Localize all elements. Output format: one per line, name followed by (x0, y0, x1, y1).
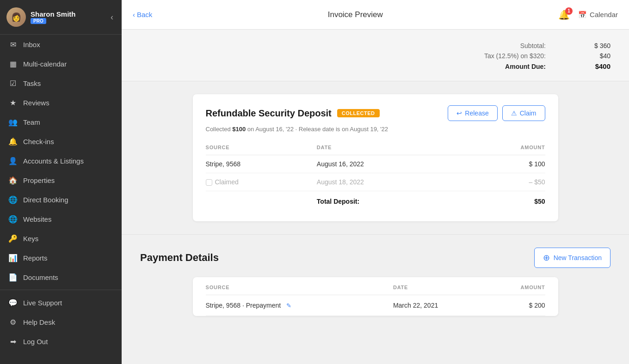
sidebar-item-label: Check-ins (23, 138, 54, 146)
payment-details-section: Payment Details ⊕ New Transaction SOURCE… (122, 235, 629, 325)
claimed-amount: – $50 (467, 173, 545, 191)
websites-icon: 🌐 (8, 214, 18, 224)
sidebar-item-label: Multi-calendar (23, 60, 67, 68)
sidebar-item-check-ins[interactable]: 🔔 Check-ins (0, 132, 122, 151)
total-label: Total Deposit: (317, 191, 467, 211)
amount-due-label: Amount Due: (453, 63, 546, 70)
sidebar-item-label: Documents (23, 273, 58, 281)
subtotal-row: Subtotal: $ 360 (140, 41, 610, 51)
total-label-cell (206, 191, 317, 211)
sidebar-item-tasks[interactable]: ☑ Tasks (0, 73, 122, 93)
deposit-amount-cell: $ 100 (467, 155, 545, 173)
scrollable-content: Subtotal: $ 360 Tax (12.5%) on $320: $40… (122, 30, 629, 364)
header-actions: 🔔 1 📅 Calendar (558, 9, 618, 20)
payment-date: March 22, 2021 (393, 295, 492, 316)
reports-icon: 📊 (8, 253, 18, 262)
claim-button[interactable]: ⚠ Claim (502, 105, 545, 121)
deposit-date: August 16, 2022 (317, 155, 467, 173)
sidebar-item-reviews[interactable]: ★ Reviews (0, 93, 122, 112)
back-button[interactable]: ‹ Back (133, 11, 152, 18)
deposit-source: Stripe, 9568 (206, 155, 317, 173)
sidebar-user: 👩 Sharon Smith PRO (6, 7, 76, 27)
calendar-button[interactable]: 📅 Calendar (578, 11, 618, 19)
sidebar-item-team[interactable]: 👥 Team (0, 112, 122, 132)
deposit-title: Refundable Security Deposit (206, 108, 332, 119)
sidebar-item-label: Properties (23, 176, 55, 184)
sidebar-item-inbox[interactable]: ✉ Inbox (0, 35, 122, 54)
sidebar-item-log-out[interactable]: ➡ Log Out (0, 332, 122, 351)
sidebar-item-live-support[interactable]: 💬 Live Support (0, 293, 122, 312)
claim-label: Claim (520, 109, 536, 117)
inbox-icon: ✉ (8, 40, 18, 49)
notifications-button[interactable]: 🔔 1 (558, 9, 570, 20)
nav-divider (0, 290, 122, 290)
invoice-summary-section: Subtotal: $ 360 Tax (12.5%) on $320: $40… (122, 30, 629, 81)
amount-due-value: $400 (574, 62, 610, 70)
claimed-date: August 18, 2022 (317, 173, 467, 191)
undo-icon: ↩ (456, 109, 462, 117)
sidebar-item-label: Log Out (23, 338, 48, 346)
payment-details-header: Payment Details ⊕ New Transaction (140, 248, 610, 268)
sidebar-item-websites[interactable]: 🌐 Websites (0, 209, 122, 229)
user-name: Sharon Smith (31, 10, 76, 18)
payment-amount: $ 200 (492, 295, 545, 316)
sidebar-item-keys[interactable]: 🔑 Keys (0, 229, 122, 248)
amount-column-header: AMOUNT (492, 277, 545, 295)
payment-table: SOURCE DATE AMOUNT Stripe, 9568 · Prepay… (206, 277, 545, 316)
calendar-label: Calendar (590, 11, 618, 18)
sidebar-item-multi-calendar[interactable]: ▦ Multi-calendar (0, 54, 122, 73)
table-row: Claimed August 18, 2022 – $50 (206, 173, 545, 191)
warning-icon: ⚠ (511, 109, 517, 117)
sidebar-item-direct-booking[interactable]: 🌐 Direct Booking (0, 190, 122, 209)
sidebar-item-label: Tasks (23, 79, 41, 87)
sidebar-item-label: Reviews (23, 99, 49, 107)
deposit-total-row: Total Deposit: $50 (206, 191, 545, 211)
checkbox-icon (206, 179, 212, 186)
total-deposit-value: $50 (467, 191, 545, 211)
live-support-icon: 💬 (8, 298, 18, 307)
deposit-table: SOURCE DATE AMOUNT Stripe, 9568 August 1… (206, 142, 545, 210)
sidebar-item-label: Direct Booking (23, 196, 68, 204)
sidebar-item-label: Accounts & Listings (23, 157, 84, 165)
sidebar-item-accounts-listings[interactable]: 👤 Accounts & Listings (0, 151, 122, 170)
date-column-header: DATE (393, 277, 492, 295)
new-transaction-button[interactable]: ⊕ New Transaction (534, 248, 610, 268)
deposit-amount: $100 (232, 126, 246, 133)
sidebar-item-documents[interactable]: 📄 Documents (0, 267, 122, 287)
star-icon: ★ (8, 98, 18, 107)
main-content: ‹ Back Invoice Preview 🔔 1 📅 Calendar Su… (122, 0, 629, 364)
security-deposit-card: Refundable Security Deposit COLLECTED ↩ … (193, 94, 558, 221)
sidebar-item-label: Team (23, 118, 40, 126)
sidebar-item-help-desk[interactable]: ⚙ Help Desk (0, 312, 122, 332)
accounts-icon: 👤 (8, 156, 18, 165)
collected-badge: COLLECTED (337, 109, 380, 117)
source-column-header: SOURCE (206, 277, 393, 295)
sidebar-item-label: Reports (23, 254, 48, 262)
deposit-actions: ↩ Release ⚠ Claim (448, 105, 545, 121)
user-badge: PRO (31, 18, 46, 24)
amount-column-header: AMOUNT (467, 142, 545, 155)
nav-list: ✉ Inbox ▦ Multi-calendar ☑ Tasks ★ Revie… (0, 35, 122, 351)
subtotal-label: Subtotal: (453, 42, 546, 49)
date-column-header: DATE (317, 142, 467, 155)
sidebar-header: 👩 Sharon Smith PRO ‹ (0, 0, 122, 35)
page-header: ‹ Back Invoice Preview 🔔 1 📅 Calendar (122, 0, 629, 30)
plus-circle-icon: ⊕ (543, 253, 550, 263)
notification-badge: 1 (565, 7, 573, 15)
deposit-card-header: Refundable Security Deposit COLLECTED ↩ … (206, 105, 545, 121)
sidebar-item-reports[interactable]: 📊 Reports (0, 248, 122, 267)
tax-label: Tax (12.5%) on $320: (453, 52, 546, 60)
claimed-source: Claimed (206, 173, 317, 191)
release-label: Release (465, 109, 488, 117)
sidebar-item-label: Live Support (23, 299, 62, 307)
team-icon: 👥 (8, 117, 18, 127)
sidebar-item-properties[interactable]: 🏠 Properties (0, 170, 122, 190)
back-label: Back (137, 11, 152, 18)
payment-details-title: Payment Details (140, 252, 219, 264)
page-title: Invoice Preview (328, 10, 383, 19)
edit-icon[interactable]: ✎ (286, 302, 291, 309)
collapse-sidebar-button[interactable]: ‹ (109, 11, 115, 24)
payment-source: Stripe, 9568 · Prepayment ✎ (206, 295, 393, 316)
release-button[interactable]: ↩ Release (448, 105, 497, 121)
new-transaction-label: New Transaction (554, 254, 602, 261)
